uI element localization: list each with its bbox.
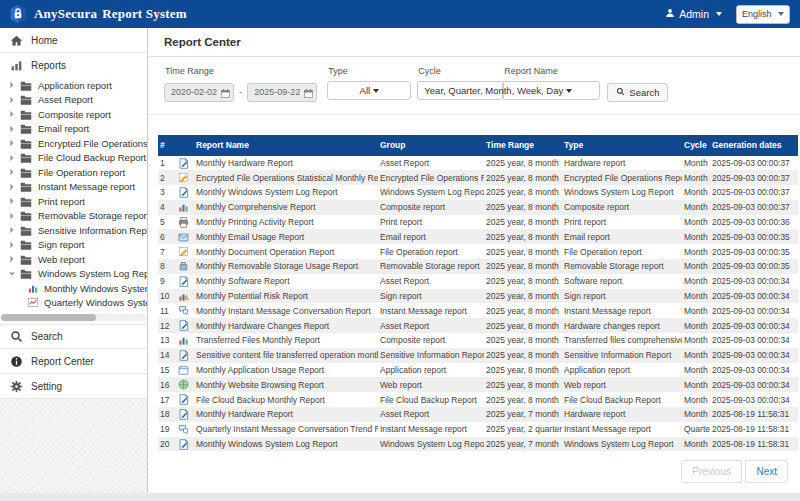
chevron-down-icon: [8, 270, 18, 278]
report-name-label: Report Name: [503, 66, 600, 76]
sidebar-item-application-report[interactable]: Application report: [0, 78, 147, 93]
row-number: 8: [158, 259, 176, 274]
sidebar-item-label: Reports: [31, 60, 66, 71]
table-row[interactable]: 1Monthly Hardware ReportAsset Report2025…: [158, 156, 798, 171]
type-cell: Hardware report: [562, 407, 682, 422]
table-row[interactable]: 7Monthly Document Operation ReportFile O…: [158, 244, 798, 259]
sidebar-horizontal-scrollbar[interactable]: [1, 314, 146, 321]
table-row[interactable]: 4Monthly Comprehensive ReportComposite r…: [158, 200, 798, 215]
report-name-cell: Monthly Windows System Log Report: [192, 185, 378, 200]
table-row[interactable]: 17File Cloud Backup Monthly ReportFile C…: [158, 392, 798, 407]
group-cell: File Cloud Backup Report: [378, 392, 484, 407]
next-page-button[interactable]: Next: [745, 460, 788, 483]
group-cell: Instant Message report: [378, 422, 484, 437]
sidebar-item-report-center[interactable]: Report Center: [0, 349, 147, 374]
sidebar-item-home[interactable]: Home: [0, 28, 147, 53]
group-cell: Print report: [378, 215, 484, 230]
generation-date-cell: 2025-09-03 00:00:35: [710, 259, 798, 274]
table-row[interactable]: 8Monthly Removable Storage Usage ReportR…: [158, 259, 798, 274]
report-name-cell: Monthly Software Report: [192, 274, 378, 289]
shield-lock-icon: [8, 4, 28, 24]
table-row[interactable]: 11Monthly Instant Message Conversation R…: [158, 303, 798, 318]
sidebar-item-instant-message-report[interactable]: Instant Message report: [0, 180, 147, 195]
table-row[interactable]: 16Monthly Website Browsing ReportWeb rep…: [158, 377, 798, 392]
doc-edit-icon: [178, 439, 189, 450]
table-row[interactable]: 13Transferred Files Monthly ReportCompos…: [158, 333, 798, 348]
type-cell: File Cloud Backup Report: [562, 392, 682, 407]
cycle-cell: Month: [682, 156, 710, 171]
type-cell: Print report: [562, 215, 682, 230]
group-cell: File Operation report: [378, 244, 484, 259]
search-button[interactable]: Search: [607, 83, 668, 102]
cycle-cell: Month: [682, 303, 710, 318]
report-name-cell: Monthly Application Usage Report: [192, 363, 378, 378]
sidebar-item-setting[interactable]: Setting: [0, 374, 147, 399]
folder-icon: [20, 167, 32, 178]
group-cell: Email report: [378, 229, 484, 244]
time-range-cell: 2025 year, 7 month: [484, 437, 562, 452]
storage-icon: [178, 261, 189, 272]
row-number: 11: [158, 303, 176, 318]
calendar-icon[interactable]: [303, 85, 314, 96]
type-dropdown[interactable]: All: [327, 81, 411, 100]
sidebar-item-label: Encrypted File Operations Report: [38, 138, 147, 149]
table-row[interactable]: 18Monthly Hardware ReportAsset Report202…: [158, 407, 798, 422]
calendar-icon[interactable]: [220, 85, 231, 96]
table-row[interactable]: 2Encrypted File Operations Statistical M…: [158, 170, 798, 185]
table-row[interactable]: 9Monthly Software ReportAsset Report2025…: [158, 274, 798, 289]
sidebar-item-encrypted-file-operations-report[interactable]: Encrypted File Operations Report: [0, 136, 147, 151]
folder-icon: [20, 138, 32, 149]
admin-label: Admin: [679, 8, 709, 20]
sidebar-item-email-report[interactable]: Email report: [0, 122, 147, 137]
sidebar-item-reports[interactable]: Reports: [0, 53, 147, 78]
type-cell: Windows System Log Report: [562, 437, 682, 452]
generation-date-cell: 2025-09-03 00:00:34: [710, 318, 798, 333]
chevron-right-icon: [8, 168, 18, 176]
cycle-cell: Month: [682, 363, 710, 378]
sidebar-item-print-report[interactable]: Print report: [0, 194, 147, 209]
sidebar-item-removable-storage-report[interactable]: Removable Storage report: [0, 209, 147, 224]
time-range-cell: 2025 year, 8 month: [484, 377, 562, 392]
language-select[interactable]: English: [736, 5, 790, 24]
sidebar-item-file-cloud-backup-report[interactable]: File Cloud Backup Report: [0, 151, 147, 166]
sidebar-item-sign-report[interactable]: Sign report: [0, 238, 147, 253]
sidebar-item-monthly-windows-system-log-report[interactable]: Monthly Windows System Log Report: [0, 281, 147, 296]
cycle-dropdown[interactable]: Year, Quarter, Month, Week, Day: [417, 81, 503, 100]
table-row[interactable]: 10Monthly Potential Risk ReportSign repo…: [158, 289, 798, 304]
generation-date-cell: 2025-09-03 00:00:37: [710, 185, 798, 200]
sidebar-item-sensitive-information-report[interactable]: Sensitive Information Report: [0, 223, 147, 238]
table-row[interactable]: 20Monthly Windows System Log ReportWindo…: [158, 437, 798, 452]
table-row[interactable]: 6Monthly Email Usage ReportEmail report2…: [158, 229, 798, 244]
admin-menu[interactable]: Admin: [665, 8, 722, 20]
note-edit-icon: [178, 246, 189, 257]
sidebar: HomeReportsApplication reportAsset Repor…: [0, 28, 148, 493]
table-row[interactable]: 19Quarterly Instant Message Conversation…: [158, 422, 798, 437]
table-row[interactable]: 5Monthly Printing Activity ReportPrint r…: [158, 215, 798, 230]
table-row[interactable]: 15Monthly Application Usage ReportApplic…: [158, 363, 798, 378]
report-name-cell: Quarterly Instant Message Conversation T…: [192, 422, 378, 437]
sidebar-item-composite-report[interactable]: Composite report: [0, 107, 147, 122]
time-range-cell: 2025 year, 8 month: [484, 274, 562, 289]
search-icon: [616, 87, 625, 98]
sidebar-item-web-report[interactable]: Web report: [0, 252, 147, 267]
folder-icon: [20, 80, 32, 91]
scrollbar-thumb[interactable]: [1, 314, 96, 321]
group-cell: Windows System Log Report: [378, 185, 484, 200]
group-cell: Application report: [378, 363, 484, 378]
type-cell: File Operation report: [562, 244, 682, 259]
sidebar-item-search[interactable]: Search: [0, 324, 147, 349]
sidebar-item-windows-system-log-report[interactable]: Windows System Log Report: [0, 267, 147, 282]
app-logo: AnySecuraReport System: [8, 4, 187, 24]
doc-edit-icon: [178, 187, 189, 198]
sidebar-item-quarterly-windows-system-log-report[interactable]: Quarterly Windows System Log Report: [0, 296, 147, 311]
cycle-cell: Month: [682, 215, 710, 230]
table-row[interactable]: 14Sensitive content file transferred ope…: [158, 348, 798, 363]
generation-date-cell: 2025-09-03 00:00:37: [710, 200, 798, 215]
table-row[interactable]: 3Monthly Windows System Log ReportWindow…: [158, 185, 798, 200]
sidebar-item-asset-report[interactable]: Asset Report: [0, 93, 147, 108]
previous-page-button[interactable]: Previous: [681, 460, 742, 483]
sidebar-item-file-operation-report[interactable]: File Operation report: [0, 165, 147, 180]
table-row[interactable]: 12Monthly Hardware Changes ReportAsset R…: [158, 318, 798, 333]
sidebar-filler: [0, 399, 147, 493]
group-cell: Sign report: [378, 289, 484, 304]
